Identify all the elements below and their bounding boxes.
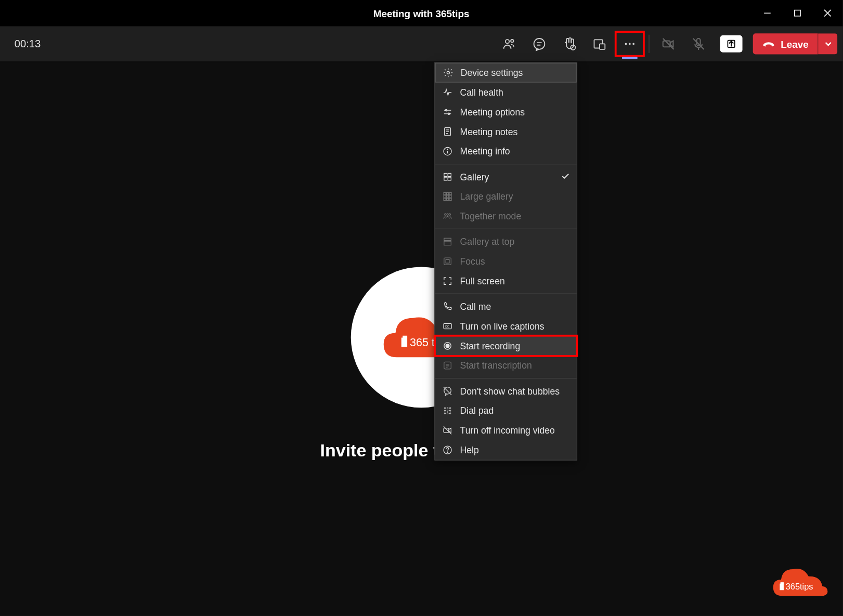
cc-icon: CC (442, 320, 453, 332)
svg-rect-39 (444, 192, 446, 194)
menu-together-mode: Together mode (435, 206, 577, 226)
svg-rect-38 (448, 177, 451, 180)
titlebar: Meeting with 365tips (0, 0, 842, 26)
svg-rect-51 (444, 238, 451, 240)
reactions-button[interactable] (555, 31, 585, 57)
together-icon (442, 210, 453, 222)
rooms-button[interactable] (585, 31, 615, 57)
menu-gallery[interactable]: Gallery (435, 167, 577, 187)
svg-rect-45 (444, 198, 446, 200)
svg-text:CC: CC (445, 325, 450, 328)
meeting-stage: 365 tips Invite people to join you (0, 62, 842, 616)
record-icon (442, 340, 453, 352)
svg-point-66 (447, 408, 448, 409)
focus-icon (442, 255, 453, 267)
svg-point-5 (511, 40, 514, 42)
svg-rect-11 (600, 44, 605, 49)
menu-help[interactable]: Help (435, 440, 577, 460)
transcription-icon (442, 360, 453, 372)
menu-meeting-options[interactable]: Meeting options (435, 102, 577, 122)
dialpad-icon (442, 405, 453, 417)
svg-rect-36 (448, 173, 451, 176)
menu-call-me[interactable]: Call me (435, 297, 577, 317)
chat-button[interactable] (525, 31, 555, 57)
phone-icon (442, 300, 453, 312)
svg-point-77 (447, 452, 448, 452)
meeting-toolbar: 00:13 (0, 26, 842, 62)
svg-point-4 (505, 40, 509, 43)
checkmark-icon (561, 171, 570, 182)
leave-button[interactable]: Leave (753, 33, 818, 54)
video-off-icon (442, 424, 453, 436)
svg-rect-79 (781, 582, 784, 584)
mic-button[interactable] (684, 31, 714, 57)
gallery-top-icon (442, 236, 453, 248)
menu-chat-bubbles[interactable]: Don't show chat bubbles (435, 381, 577, 401)
menu-start-transcription: Start transcription (435, 356, 577, 375)
svg-point-14 (633, 43, 635, 45)
svg-point-73 (449, 413, 451, 414)
svg-rect-52 (444, 241, 451, 245)
help-icon (442, 444, 453, 456)
menu-device-settings[interactable]: Device settings (435, 63, 577, 83)
svg-rect-42 (444, 195, 446, 198)
window-controls (752, 0, 842, 26)
close-button[interactable] (812, 0, 842, 26)
leave-caret-button[interactable] (818, 33, 837, 54)
more-actions-menu: Device settings Call health Meeting opti… (434, 62, 577, 461)
camera-button[interactable] (654, 31, 684, 57)
more-actions-button[interactable] (615, 31, 645, 57)
menu-turn-off-incoming[interactable]: Turn off incoming video (435, 421, 577, 440)
chat-off-icon (442, 385, 453, 397)
large-grid-icon (442, 191, 453, 203)
svg-point-12 (625, 43, 627, 45)
svg-rect-47 (449, 198, 451, 200)
fullscreen-icon (442, 275, 453, 287)
activity-icon (442, 86, 453, 98)
window-title: Meeting with 365tips (373, 7, 470, 18)
sliders-icon (442, 106, 453, 118)
menu-gallery-at-top: Gallery at top (435, 232, 577, 252)
notes-icon (442, 126, 453, 138)
svg-point-69 (447, 410, 448, 412)
leave-label: Leave (781, 38, 809, 49)
menu-full-screen[interactable]: Full screen (435, 271, 577, 291)
menu-large-gallery: Large gallery (435, 187, 577, 206)
svg-line-75 (444, 426, 451, 434)
svg-rect-35 (444, 173, 447, 176)
svg-rect-41 (449, 192, 451, 194)
svg-point-68 (444, 410, 446, 412)
svg-rect-21 (401, 337, 407, 347)
svg-point-23 (447, 71, 449, 74)
info-icon (442, 146, 453, 158)
svg-point-71 (444, 413, 446, 414)
svg-point-58 (446, 344, 449, 348)
svg-rect-53 (444, 258, 451, 265)
svg-rect-40 (446, 192, 448, 194)
menu-start-recording[interactable]: Start recording (435, 336, 577, 356)
meeting-timer: 00:13 (15, 38, 41, 50)
menu-dial-pad[interactable]: Dial pad (435, 401, 577, 421)
watermark-logo: 365tips (767, 560, 832, 605)
svg-point-49 (449, 214, 450, 215)
svg-point-50 (447, 214, 448, 215)
participants-button[interactable] (495, 31, 525, 57)
maximize-button[interactable] (782, 0, 812, 26)
svg-rect-78 (780, 584, 784, 591)
svg-point-72 (447, 413, 448, 414)
minimize-button[interactable] (752, 0, 782, 26)
svg-rect-44 (449, 195, 451, 198)
svg-rect-54 (446, 259, 449, 263)
menu-live-captions[interactable]: CC Turn on live captions (435, 317, 577, 336)
svg-rect-1 (795, 10, 800, 16)
svg-point-70 (449, 410, 451, 412)
svg-rect-43 (446, 195, 448, 198)
menu-meeting-notes[interactable]: Meeting notes (435, 122, 577, 141)
menu-call-health[interactable]: Call health (435, 83, 577, 102)
svg-line-16 (663, 38, 674, 49)
svg-rect-22 (403, 335, 407, 338)
svg-point-6 (534, 38, 545, 49)
share-button[interactable] (720, 35, 743, 53)
menu-meeting-info[interactable]: Meeting info (435, 141, 577, 161)
grid-icon (442, 171, 453, 183)
